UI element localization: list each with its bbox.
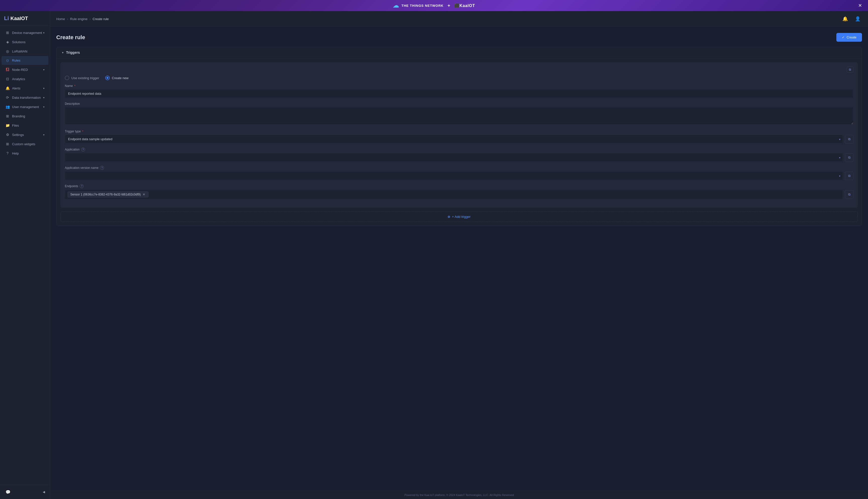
create-rule-button[interactable]: ✓ Create bbox=[836, 33, 862, 42]
sidebar-item-label: Files bbox=[12, 124, 19, 127]
name-form-group: Name* bbox=[65, 84, 853, 98]
radio-new-text: Create new bbox=[112, 76, 128, 80]
triggers-section-header: ▼ Triggers bbox=[57, 47, 862, 58]
sidebar-item-label: LoRaWAN bbox=[12, 49, 27, 53]
application-select[interactable] bbox=[65, 153, 843, 162]
app-version-label: Application version name ? bbox=[65, 166, 853, 170]
user-management-icon: 👥 bbox=[5, 105, 10, 109]
triggers-section-label: Triggers bbox=[66, 50, 80, 54]
endpoint-tag-text: Sensor 1 (0636cc7e-8382-4376-9a32-fd61d0… bbox=[70, 193, 141, 196]
sidebar-item-node-red[interactable]: ⛾ Node-RED ▾ bbox=[1, 65, 49, 74]
app-version-help-icon[interactable]: ? bbox=[100, 166, 104, 170]
kaaiot-banner-logo: ⬛KaaIOT bbox=[454, 3, 475, 8]
custom-widgets-icon: ⊞ bbox=[5, 142, 10, 146]
sidebar-item-device-management[interactable]: ⊞ Device management ▾ bbox=[1, 28, 49, 37]
add-trigger-label: + Add trigger bbox=[452, 215, 470, 219]
description-label: Description bbox=[65, 102, 853, 106]
breadcrumb-current: Create rule bbox=[93, 17, 109, 21]
sidebar-item-files[interactable]: 📁 Files bbox=[1, 121, 49, 130]
sidebar-item-settings[interactable]: ⚙ Settings ▾ bbox=[1, 130, 49, 139]
trigger-type-form-group: Trigger type* Endpoint data sample updat… bbox=[65, 130, 853, 144]
sidebar-item-label: Rules bbox=[12, 59, 20, 62]
page-body: Create rule ✓ Create ▼ Triggers ⧉ bbox=[50, 27, 868, 491]
footer-text: Powered by the Kaa IoT platform, © 2024 … bbox=[404, 494, 514, 497]
endpoints-label: Endpoints ? bbox=[65, 184, 853, 188]
page-title-row: Create rule ✓ Create bbox=[56, 33, 862, 42]
solutions-icon: ◈ bbox=[5, 40, 10, 44]
app-version-copy-button[interactable]: ⧉ bbox=[845, 172, 853, 180]
endpoints-form-group: Endpoints ? Sensor 1 (0636cc7e-8382-4376… bbox=[65, 184, 853, 199]
top-banner: ☁ THE THINGS NETWORK + ⬛KaaIOT ✕ bbox=[0, 0, 868, 11]
sidebar-item-label: User management bbox=[12, 105, 39, 109]
name-input[interactable] bbox=[65, 89, 853, 98]
data-transformation-icon: ⟳ bbox=[5, 96, 10, 99]
application-label: Application ? bbox=[65, 147, 853, 151]
sidebar-item-alerts[interactable]: 🔔 Alerts ▾ bbox=[1, 84, 49, 93]
radio-existing-label[interactable]: Use existing trigger bbox=[65, 76, 99, 80]
sidebar-item-branding[interactable]: ⊞ Branding bbox=[1, 112, 49, 121]
endpoint-tag: Sensor 1 (0636cc7e-8382-4376-9a32-fd61d0… bbox=[67, 192, 148, 197]
sidebar-item-user-management[interactable]: 👥 User management ▾ bbox=[1, 102, 49, 111]
chat-button[interactable]: 💬 bbox=[4, 488, 12, 496]
sidebar-item-solutions[interactable]: ◈ Solutions bbox=[1, 37, 49, 47]
endpoints-input-area[interactable]: Sensor 1 (0636cc7e-8382-4376-9a32-fd61d0… bbox=[65, 190, 843, 199]
sidebar-item-label: Custom widgets bbox=[12, 142, 35, 146]
radio-existing-outer bbox=[65, 76, 69, 80]
sidebar-item-custom-widgets[interactable]: ⊞ Custom widgets bbox=[1, 139, 49, 148]
device-management-icon: ⊞ bbox=[5, 31, 10, 35]
radio-new-outer bbox=[105, 76, 110, 80]
endpoints-copy-button[interactable]: ⧉ bbox=[845, 190, 853, 199]
trigger-type-row: Endpoint data sample updated Endpoint me… bbox=[65, 135, 853, 144]
radio-new-label[interactable]: Create new bbox=[105, 76, 128, 80]
banner-close-button[interactable]: ✕ bbox=[856, 2, 864, 9]
endpoints-row: Sensor 1 (0636cc7e-8382-4376-9a32-fd61d0… bbox=[65, 190, 853, 199]
brand-logo: Li KaaIOT bbox=[4, 15, 46, 22]
node-red-icon: ⛾ bbox=[5, 68, 10, 72]
header-actions: 🔔 👤 bbox=[841, 15, 862, 23]
sidebar-item-label: Alerts bbox=[12, 86, 20, 90]
page-header: Home › Rule engine › Create rule 🔔 👤 bbox=[50, 11, 868, 27]
logo-name: KaaIOT bbox=[11, 15, 28, 21]
breadcrumb: Home › Rule engine › Create rule bbox=[56, 17, 109, 21]
sidebar-item-label: Branding bbox=[12, 114, 25, 118]
user-profile-button[interactable]: 👤 bbox=[853, 15, 862, 23]
application-copy-button[interactable]: ⧉ bbox=[845, 153, 853, 162]
sidebar-collapse-button[interactable]: ◀ bbox=[42, 489, 46, 495]
branding-icon: ⊞ bbox=[5, 114, 10, 118]
chevron-down-icon: ▾ bbox=[43, 96, 45, 99]
trigger-type-copy-button[interactable]: ⧉ bbox=[845, 135, 853, 144]
sidebar-item-data-transformation[interactable]: ⟳ Data transformation ▾ bbox=[1, 93, 49, 102]
logo-brackets: Li bbox=[4, 15, 9, 22]
help-icon: ? bbox=[5, 151, 10, 155]
breadcrumb-home[interactable]: Home bbox=[56, 17, 65, 21]
sidebar-item-lorawan[interactable]: ◎ LoRaWAN bbox=[1, 47, 49, 56]
breadcrumb-sep-1: › bbox=[67, 17, 68, 21]
trigger-type-label: Trigger type* bbox=[65, 130, 853, 133]
trigger-radio-group: Use existing trigger Create new bbox=[65, 76, 853, 80]
application-help-icon[interactable]: ? bbox=[81, 147, 85, 151]
add-trigger-icon: ⊕ bbox=[448, 215, 450, 219]
notification-button[interactable]: 🔔 bbox=[841, 15, 850, 23]
description-textarea[interactable] bbox=[65, 107, 853, 125]
create-button-label: Create bbox=[847, 35, 856, 39]
files-icon: 📁 bbox=[5, 123, 10, 127]
sidebar-item-analytics[interactable]: ⊡ Analytics bbox=[1, 74, 49, 83]
banner-logo: ☁ THE THINGS NETWORK + ⬛KaaIOT bbox=[393, 2, 475, 9]
endpoints-help-icon[interactable]: ? bbox=[79, 184, 84, 188]
application-select-wrap: ▾ bbox=[65, 153, 843, 162]
triggers-toggle-icon[interactable]: ▼ bbox=[62, 51, 64, 54]
endpoint-tag-remove-button[interactable]: ✕ bbox=[142, 193, 146, 196]
description-form-group: Description bbox=[65, 102, 853, 126]
sidebar-item-label: Analytics bbox=[12, 77, 25, 81]
breadcrumb-rule-engine[interactable]: Rule engine bbox=[70, 17, 87, 21]
sidebar-item-help[interactable]: ? Help bbox=[1, 149, 49, 158]
app-version-select[interactable] bbox=[65, 171, 843, 180]
trigger-type-select[interactable]: Endpoint data sample updated Endpoint me… bbox=[65, 135, 843, 144]
trigger-copy-button[interactable]: ⧉ bbox=[847, 66, 853, 73]
sidebar-item-rules[interactable]: ⟨⟩ Rules bbox=[1, 56, 49, 65]
sidebar-item-label: Help bbox=[12, 151, 19, 155]
name-label: Name* bbox=[65, 84, 853, 88]
chevron-down-icon: ▾ bbox=[43, 68, 45, 71]
add-trigger-bar[interactable]: ⊕ + Add trigger bbox=[61, 211, 858, 222]
sidebar-footer: 💬 ◀ bbox=[0, 485, 50, 499]
